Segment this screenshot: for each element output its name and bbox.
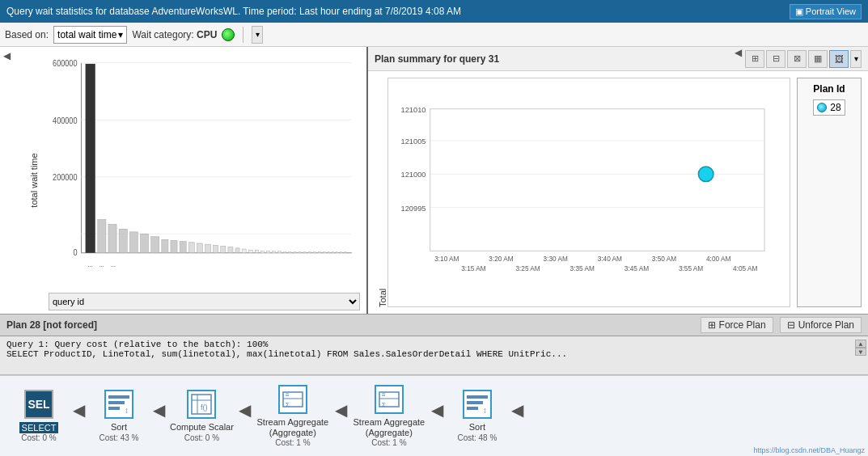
svg-rect-28: [248, 250, 252, 253]
svg-rect-34: [284, 252, 286, 253]
query-scroll[interactable]: ▲ ▼: [855, 340, 866, 356]
svg-text:121000: 121000: [401, 171, 426, 179]
svg-rect-75: [108, 407, 120, 410]
svg-rect-14: [129, 232, 138, 253]
scroll-down-btn[interactable]: ▼: [855, 348, 866, 356]
query-line-1: Query 1: Query cost (relative to the bat…: [6, 340, 862, 349]
svg-rect-89: [467, 395, 488, 399]
svg-text:3:45 AM: 3:45 AM: [625, 265, 649, 272]
right-panel-header: Plan summary for query 31 ◀ ⊞ ⊟ ⊠ ▦ 🖼 ▾: [368, 47, 868, 71]
svg-rect-26: [235, 248, 239, 253]
svg-text:3:15 AM: 3:15 AM: [461, 265, 485, 272]
sort-2-label: Sort: [469, 422, 485, 433]
svg-text:121010: 121010: [401, 106, 426, 114]
svg-text:200000: 200000: [53, 173, 78, 183]
plan-node-sort-1[interactable]: ↕ Sort Cost: 43 %: [87, 386, 151, 445]
svg-text:...: ...: [88, 261, 93, 269]
svg-rect-23: [214, 245, 218, 252]
svg-rect-37: [299, 252, 301, 253]
query-line-2: SELECT ProductID, LineTotal, sum(linetot…: [6, 349, 862, 359]
select-icon: SEL: [24, 390, 53, 419]
right-panel-title: Plan summary for query 31: [375, 53, 499, 65]
right-panel-collapse[interactable]: ▾: [850, 50, 862, 68]
svg-text:600000: 600000: [53, 59, 78, 69]
svg-rect-45: [337, 252, 338, 253]
svg-rect-31: [267, 251, 270, 252]
svg-text:3:10 AM: 3:10 AM: [434, 255, 459, 263]
arrow-4: ◀: [333, 400, 349, 420]
svg-rect-33: [278, 251, 282, 252]
svg-text:0: 0: [73, 248, 78, 258]
svg-rect-44: [332, 252, 334, 253]
portrait-icon: ▣: [795, 6, 803, 17]
execution-plan: SEL SELECT Cost: 0 % ◀ ↕ Sort Cost: 43 %: [0, 375, 868, 456]
svg-rect-36: [294, 252, 296, 253]
sort-1-cost: Cost: 43 %: [100, 433, 139, 442]
plan-node-compute[interactable]: f() Compute Scalar Cost: 0 %: [167, 386, 237, 445]
toolbar: Based on: total wait time ▾ Wait categor…: [0, 23, 868, 47]
svg-rect-91: [467, 407, 478, 410]
scatter-area: Total 121010 121005 121000 120995: [368, 71, 868, 314]
svg-rect-39: [308, 252, 311, 253]
scatter-svg: 121010 121005 121000 120995 3:10 AM 3:20…: [388, 78, 790, 306]
scroll-up-btn[interactable]: ▲: [855, 340, 866, 348]
icon-btn-2[interactable]: ⊟: [766, 50, 785, 68]
legend-title: Plan Id: [813, 83, 845, 95]
query-id-select[interactable]: query id: [49, 293, 360, 310]
svg-rect-42: [323, 252, 325, 253]
icon-btn-5[interactable]: 🖼: [829, 50, 849, 68]
svg-rect-47: [345, 252, 346, 253]
plan-node-stream-agg-1[interactable]: ≡ Σ Stream Aggregate(Aggregate) Cost: 1 …: [252, 382, 333, 450]
plan-node-stream-agg-2[interactable]: ≡ Σ Stream Aggregate(Aggregate) Cost: 1 …: [349, 382, 430, 450]
svg-rect-30: [260, 251, 264, 252]
svg-rect-18: [171, 240, 177, 252]
force-plan-button[interactable]: ⊞ Force Plan: [701, 317, 773, 333]
based-on-label: Based on:: [5, 29, 49, 40]
based-on-dropdown[interactable]: total wait time ▾: [53, 26, 127, 44]
icon-btn-3[interactable]: ⊠: [787, 50, 807, 68]
svg-text:↕: ↕: [125, 406, 129, 415]
legend-item: 28: [813, 99, 845, 116]
legend-value: 28: [830, 102, 840, 113]
svg-rect-38: [303, 252, 306, 253]
svg-rect-11: [98, 220, 106, 253]
svg-rect-29: [255, 250, 258, 253]
plan-node-sort-2[interactable]: ↕ Sort Cost: 48 %: [445, 386, 510, 445]
icon-btn-1[interactable]: ⊞: [745, 50, 764, 68]
svg-text:121005: 121005: [401, 137, 426, 146]
svg-text:...: ...: [100, 261, 104, 269]
y-axis-label: total wait time: [29, 153, 39, 207]
svg-text:120995: 120995: [401, 205, 426, 213]
unforce-plan-button[interactable]: ⊟ Unforce Plan: [780, 317, 862, 333]
svg-text:Σ: Σ: [286, 401, 290, 408]
scatter-plot: 121010 121005 121000 120995 3:10 AM 3:20…: [387, 78, 790, 307]
svg-text:...: ...: [111, 261, 116, 269]
stream-agg-1-icon: ≡ Σ: [278, 385, 307, 414]
main-content: ◀ total wait time 600000 400000 200000 0: [0, 47, 868, 314]
svg-text:Σ: Σ: [382, 401, 386, 408]
svg-rect-25: [228, 247, 233, 253]
collapse-button[interactable]: ▾: [252, 26, 263, 44]
portrait-view-button[interactable]: ▣ Portrait View: [790, 4, 862, 19]
right-toggle-left[interactable]: ◀: [733, 47, 743, 58]
refresh-button[interactable]: [222, 28, 235, 41]
query-bar: Query 1: Query cost (relative to the bat…: [0, 336, 868, 375]
wait-category-label: Wait category: CPU: [132, 29, 217, 40]
select-cost: Cost: 0 %: [21, 433, 56, 442]
plan-node-select[interactable]: SEL SELECT Cost: 0 %: [6, 386, 71, 445]
plan-label: Plan 28 [not forced]: [6, 319, 97, 331]
svg-rect-35: [289, 252, 291, 253]
chevron-down-icon: ▾: [118, 29, 123, 40]
svg-text:4:00 AM: 4:00 AM: [706, 255, 730, 263]
svg-text:3:25 AM: 3:25 AM: [515, 265, 540, 272]
query-id-dropdown[interactable]: query id: [49, 293, 360, 310]
app-window: Query wait statistics for database Adven…: [0, 0, 868, 456]
unforce-plan-label: Unforce Plan: [798, 319, 854, 331]
right-panel: Plan summary for query 31 ◀ ⊞ ⊟ ⊠ ▦ 🖼 ▾ …: [368, 47, 868, 314]
svg-text:f(): f(): [201, 403, 208, 412]
separator-1: [243, 27, 243, 43]
arrow-1: ◀: [71, 400, 87, 420]
icon-btn-4[interactable]: ▦: [808, 50, 828, 68]
bar-chart: 600000 400000 200000 0: [49, 53, 360, 281]
bottom-section: Plan 28 [not forced] ⊞ Force Plan ⊟ Unfo…: [0, 314, 868, 456]
